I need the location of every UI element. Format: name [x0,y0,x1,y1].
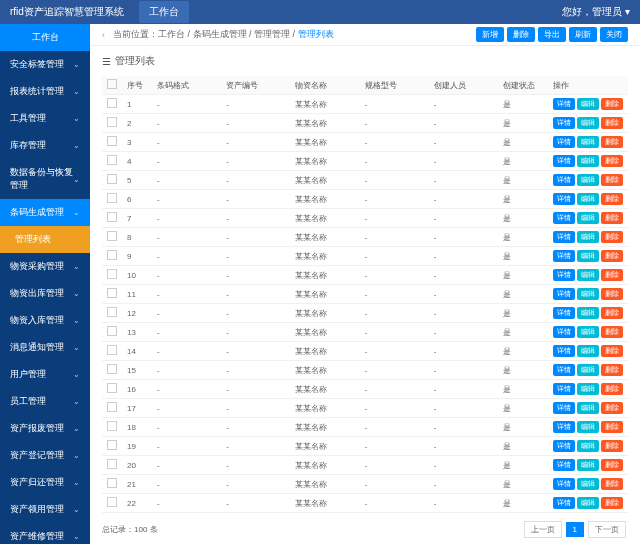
edit-button[interactable]: 编辑 [577,231,599,243]
detail-button[interactable]: 详情 [553,364,575,376]
row-checkbox[interactable] [107,212,117,222]
delete-row-button[interactable]: 删除 [601,459,623,471]
detail-button[interactable]: 详情 [553,345,575,357]
sidebar-item-1[interactable]: 报表统计管理⌄ [0,78,90,105]
sidebar-item-16[interactable]: 资产领用管理⌄ [0,496,90,523]
row-checkbox[interactable] [107,478,117,488]
detail-button[interactable]: 详情 [553,269,575,281]
next-page[interactable]: 下一页 [588,521,626,538]
delete-row-button[interactable]: 删除 [601,288,623,300]
delete-row-button[interactable]: 删除 [601,269,623,281]
sidebar-item-12[interactable]: 员工管理⌄ [0,388,90,415]
detail-button[interactable]: 详情 [553,193,575,205]
row-checkbox[interactable] [107,326,117,336]
delete-row-button[interactable]: 删除 [601,136,623,148]
row-checkbox[interactable] [107,288,117,298]
detail-button[interactable]: 详情 [553,326,575,338]
sidebar-item-17[interactable]: 资产维修管理⌄ [0,523,90,544]
sidebar-item-3[interactable]: 库存管理⌄ [0,132,90,159]
detail-button[interactable]: 详情 [553,174,575,186]
delete-row-button[interactable]: 删除 [601,364,623,376]
top-tab-workspace[interactable]: 工作台 [139,1,189,23]
edit-button[interactable]: 编辑 [577,136,599,148]
edit-button[interactable]: 编辑 [577,307,599,319]
sidebar-item-13[interactable]: 资产报废管理⌄ [0,415,90,442]
detail-button[interactable]: 详情 [553,421,575,433]
export-button[interactable]: 导出 [538,27,566,42]
sidebar-item-10[interactable]: 消息通知管理⌄ [0,334,90,361]
sidebar-item-7[interactable]: 物资采购管理⌄ [0,253,90,280]
delete-row-button[interactable]: 删除 [601,421,623,433]
edit-button[interactable]: 编辑 [577,174,599,186]
edit-button[interactable]: 编辑 [577,326,599,338]
detail-button[interactable]: 详情 [553,231,575,243]
delete-row-button[interactable]: 删除 [601,383,623,395]
detail-button[interactable]: 详情 [553,497,575,509]
page-1[interactable]: 1 [566,522,584,537]
row-checkbox[interactable] [107,155,117,165]
delete-row-button[interactable]: 删除 [601,212,623,224]
row-checkbox[interactable] [107,383,117,393]
sidebar-item-11[interactable]: 用户管理⌄ [0,361,90,388]
edit-button[interactable]: 编辑 [577,497,599,509]
edit-button[interactable]: 编辑 [577,117,599,129]
edit-button[interactable]: 编辑 [577,212,599,224]
edit-button[interactable]: 编辑 [577,98,599,110]
edit-button[interactable]: 编辑 [577,402,599,414]
row-checkbox[interactable] [107,440,117,450]
delete-row-button[interactable]: 删除 [601,402,623,414]
delete-row-button[interactable]: 删除 [601,326,623,338]
sidebar-item-8[interactable]: 物资出库管理⌄ [0,280,90,307]
delete-row-button[interactable]: 删除 [601,155,623,167]
edit-button[interactable]: 编辑 [577,155,599,167]
delete-row-button[interactable]: 删除 [601,174,623,186]
sidebar-item-4[interactable]: 数据备份与恢复管理⌄ [0,159,90,199]
delete-row-button[interactable]: 删除 [601,497,623,509]
row-checkbox[interactable] [107,307,117,317]
row-checkbox[interactable] [107,421,117,431]
delete-row-button[interactable]: 删除 [601,478,623,490]
detail-button[interactable]: 详情 [553,155,575,167]
close-button[interactable]: 关闭 [600,27,628,42]
row-checkbox[interactable] [107,269,117,279]
row-checkbox[interactable] [107,117,117,127]
edit-button[interactable]: 编辑 [577,459,599,471]
delete-row-button[interactable]: 删除 [601,117,623,129]
edit-button[interactable]: 编辑 [577,478,599,490]
row-checkbox[interactable] [107,497,117,507]
detail-button[interactable]: 详情 [553,402,575,414]
row-checkbox[interactable] [107,459,117,469]
detail-button[interactable]: 详情 [553,288,575,300]
refresh-button[interactable]: 刷新 [569,27,597,42]
delete-row-button[interactable]: 删除 [601,440,623,452]
edit-button[interactable]: 编辑 [577,193,599,205]
sidebar-item-2[interactable]: 工具管理⌄ [0,105,90,132]
detail-button[interactable]: 详情 [553,478,575,490]
row-checkbox[interactable] [107,250,117,260]
row-checkbox[interactable] [107,136,117,146]
sidebar-item-0[interactable]: 安全标签管理⌄ [0,51,90,78]
sidebar-item-9[interactable]: 物资入库管理⌄ [0,307,90,334]
detail-button[interactable]: 详情 [553,440,575,452]
detail-button[interactable]: 详情 [553,117,575,129]
delete-row-button[interactable]: 删除 [601,250,623,262]
row-checkbox[interactable] [107,193,117,203]
detail-button[interactable]: 详情 [553,136,575,148]
collapse-icon[interactable]: ‹ [102,30,105,40]
sidebar-item-5[interactable]: 条码生成管理⌄ [0,199,90,226]
row-checkbox[interactable] [107,231,117,241]
edit-button[interactable]: 编辑 [577,421,599,433]
sidebar-item-15[interactable]: 资产归还管理⌄ [0,469,90,496]
detail-button[interactable]: 详情 [553,383,575,395]
row-checkbox[interactable] [107,402,117,412]
edit-button[interactable]: 编辑 [577,288,599,300]
delete-button[interactable]: 删除 [507,27,535,42]
detail-button[interactable]: 详情 [553,250,575,262]
detail-button[interactable]: 详情 [553,307,575,319]
sidebar-item-6[interactable]: 管理列表 [0,226,90,253]
delete-row-button[interactable]: 删除 [601,345,623,357]
chevron-down-icon[interactable]: ▾ [625,6,630,17]
prev-page[interactable]: 上一页 [524,521,562,538]
add-button[interactable]: 新增 [476,27,504,42]
delete-row-button[interactable]: 删除 [601,98,623,110]
